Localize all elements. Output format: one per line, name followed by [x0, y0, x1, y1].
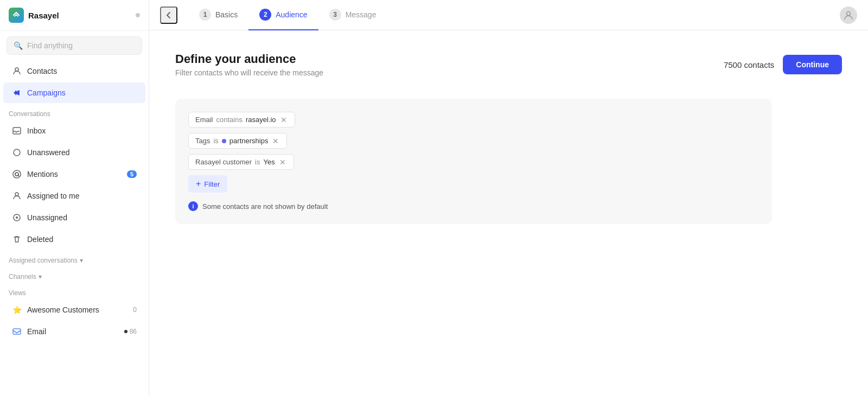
unanswered-icon — [12, 148, 22, 157]
assigned-icon — [12, 191, 22, 201]
step-message-label: Message — [346, 10, 376, 19]
sidebar-item-campaigns[interactable]: Campaigns — [3, 82, 145, 103]
campaigns-label: Campaigns — [27, 88, 66, 97]
svg-rect-1 — [13, 128, 21, 134]
mentions-icon — [12, 169, 22, 179]
tag-dot — [222, 139, 226, 143]
add-filter-button[interactable]: + Filter — [188, 175, 227, 193]
deleted-label: Deleted — [27, 235, 53, 244]
svg-point-4 — [15, 193, 18, 196]
filter-pill-customer: Rasayel customer is Yes ✕ — [188, 154, 294, 170]
svg-point-0 — [15, 68, 18, 71]
conversations-section-label: Conversations — [0, 104, 149, 120]
app-logo — [9, 8, 24, 23]
filter-tags-val: partnerships — [229, 137, 269, 145]
star-icon: ⭐ — [12, 305, 22, 315]
chevron-down-icon: ▾ — [39, 273, 42, 281]
step-basics[interactable]: 1 Basics — [188, 0, 248, 30]
continue-button[interactable]: Continue — [783, 55, 842, 74]
person-icon — [12, 66, 22, 76]
main-content: 1 Basics 2 Audience 3 Message — [149, 0, 868, 395]
contacts-label: Contacts — [27, 67, 57, 75]
sidebar-item-contacts[interactable]: Contacts — [3, 61, 145, 81]
deleted-icon — [12, 234, 22, 244]
sidebar-item-assigned-to-me[interactable]: Assigned to me — [3, 186, 145, 206]
sidebar-header: Rasayel — [0, 0, 149, 31]
header-right: 7500 contacts Continue — [724, 55, 842, 74]
filter-customer-op: is — [255, 158, 260, 166]
filter-customer-val: Yes — [263, 158, 275, 166]
email-view-icon — [12, 327, 22, 336]
email-view-count: 86 — [124, 328, 137, 335]
sidebar-item-awesome-customers[interactable]: ⭐ Awesome Customers 0 — [3, 300, 145, 320]
sidebar-item-unanswered[interactable]: Unanswered — [3, 142, 145, 163]
filter-area: Email contains rasayel.io ✕ Tags is part… — [175, 99, 772, 224]
email-view-label: Email — [27, 327, 46, 336]
remove-filter-tags-button[interactable]: ✕ — [271, 137, 280, 145]
unanswered-label: Unanswered — [27, 148, 70, 157]
inbox-label: Inbox — [27, 126, 46, 135]
filter-row-email: Email contains rasayel.io ✕ — [188, 112, 759, 128]
step-basics-number: 1 — [199, 9, 211, 21]
svg-point-6 — [16, 216, 18, 219]
filter-row-tags: Tags is partnerships ✕ — [188, 133, 759, 149]
page-header-text: Define your audience Filter contacts who… — [175, 52, 323, 77]
sidebar-item-inbox[interactable]: Inbox — [3, 120, 145, 141]
chevron-down-icon: ▾ — [80, 257, 83, 264]
awesome-customers-count: 0 — [133, 306, 137, 314]
contacts-count: 7500 contacts — [724, 60, 774, 69]
stepper: 1 Basics 2 Audience 3 Message — [188, 0, 840, 30]
mentions-label: Mentions — [27, 170, 58, 179]
remove-filter-customer-button[interactable]: ✕ — [278, 158, 287, 166]
page-header: Define your audience Filter contacts who… — [175, 52, 842, 77]
avatar — [840, 7, 857, 24]
step-message-number: 3 — [329, 9, 341, 21]
mentions-badge: 5 — [127, 170, 137, 178]
sidebar-item-unassigned[interactable]: Unassigned — [3, 207, 145, 228]
filter-tags-op: is — [213, 137, 218, 145]
info-icon: i — [188, 201, 198, 211]
filter-row-customer: Rasayel customer is Yes ✕ — [188, 154, 759, 170]
back-button[interactable] — [160, 7, 177, 24]
search-input[interactable] — [27, 41, 135, 50]
page-content: Define your audience Filter contacts who… — [149, 30, 868, 395]
filter-tags-field: Tags — [195, 137, 210, 145]
step-audience-label: Audience — [276, 10, 307, 19]
unassigned-icon — [12, 213, 22, 222]
channels-label[interactable]: Channels ▾ — [0, 266, 149, 283]
page-subtitle: Filter contacts who will receive the mes… — [175, 68, 323, 77]
search-box[interactable]: 🔍 — [7, 36, 142, 55]
assigned-to-me-label: Assigned to me — [27, 192, 80, 200]
inbox-icon — [12, 126, 22, 136]
unassigned-label: Unassigned — [27, 213, 67, 222]
awesome-customers-label: Awesome Customers — [27, 305, 99, 314]
search-icon: 🔍 — [14, 41, 23, 50]
sidebar-item-deleted[interactable]: Deleted — [3, 229, 145, 250]
sidebar-item-email-view[interactable]: Email 86 — [3, 321, 145, 342]
step-audience-number: 2 — [259, 9, 271, 21]
campaigns-icon — [12, 88, 22, 98]
filter-customer-field: Rasayel customer — [195, 158, 252, 166]
svg-point-8 — [847, 11, 851, 15]
email-dot — [124, 330, 127, 333]
svg-point-2 — [14, 149, 20, 156]
remove-filter-email-button[interactable]: ✕ — [279, 116, 288, 124]
assigned-conversations-label[interactable]: Assigned conversations ▾ — [0, 250, 149, 266]
info-notice: i Some contacts are not shown by default — [188, 201, 759, 211]
step-message[interactable]: 3 Message — [318, 0, 387, 30]
sidebar: Rasayel 🔍 Contacts Campaigns Conversatio… — [0, 0, 149, 395]
filter-pill-email: Email contains rasayel.io ✕ — [188, 112, 295, 128]
top-bar: 1 Basics 2 Audience 3 Message — [149, 0, 868, 30]
filter-pill-tags: Tags is partnerships ✕ — [188, 133, 287, 149]
filter-email-op: contains — [216, 116, 242, 124]
top-bar-right — [840, 7, 857, 24]
filter-email-field: Email — [195, 116, 213, 124]
status-dot — [136, 13, 140, 17]
step-audience[interactable]: 2 Audience — [248, 0, 318, 30]
plus-icon: + — [196, 179, 201, 189]
app-name: Rasayel — [28, 11, 131, 20]
info-notice-text: Some contacts are not shown by default — [202, 202, 328, 211]
step-basics-label: Basics — [215, 10, 238, 19]
page-title: Define your audience — [175, 52, 323, 66]
sidebar-item-mentions[interactable]: Mentions 5 — [3, 164, 145, 184]
